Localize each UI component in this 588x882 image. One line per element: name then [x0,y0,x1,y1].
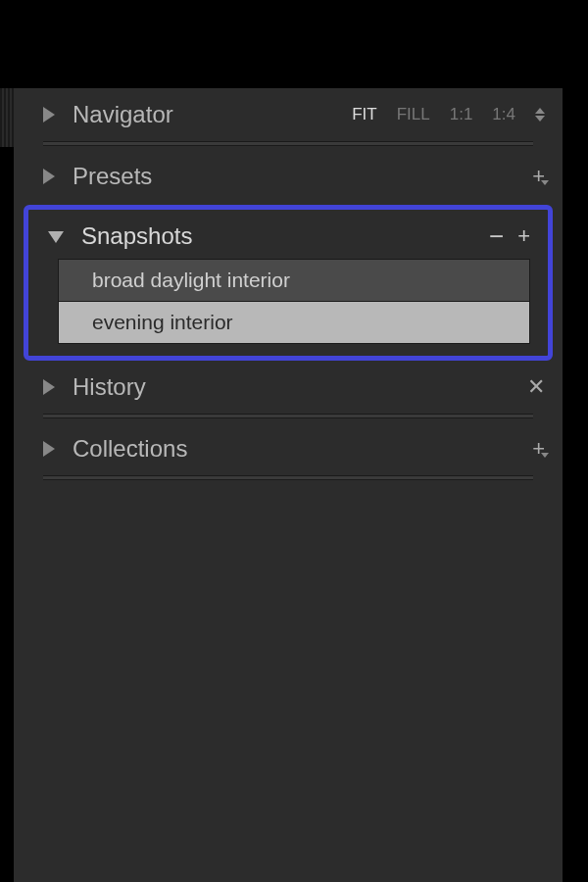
history-title: History [73,373,527,401]
collections-title: Collections [73,435,532,463]
snapshot-list: broad daylight interior evening interior [58,259,530,344]
navigator-panel-header[interactable]: Navigator FIT FILL 1:1 1:4 [14,88,563,141]
snapshots-highlight-box: Snapshots − + broad daylight interior ev… [24,205,553,361]
chevron-right-icon [43,441,55,457]
zoom-stepper-icon[interactable] [535,108,545,122]
presets-title: Presets [73,163,532,190]
clear-history-icon[interactable]: ✕ [527,376,545,398]
chevron-right-icon [43,107,55,122]
navigator-zoom-options: FIT FILL 1:1 1:4 [348,103,545,126]
chevron-right-icon [43,379,55,395]
zoom-1to1-option[interactable]: 1:1 [446,103,477,126]
zoom-fit-option[interactable]: FIT [348,103,381,126]
chevron-down-icon [48,231,64,243]
add-collection-icon[interactable]: + [532,438,545,460]
remove-snapshot-icon[interactable]: − [489,223,504,249]
zoom-fill-option[interactable]: FILL [393,103,434,126]
navigator-title: Navigator [73,101,348,128]
collections-panel-header[interactable]: Collections + [14,422,563,475]
divider [43,141,533,146]
snapshots-title: Snapshots [81,222,489,250]
snapshots-panel-header[interactable]: Snapshots − + [28,210,548,259]
add-snapshot-icon[interactable]: + [517,225,530,247]
divider [43,414,533,418]
history-panel-header[interactable]: History ✕ [14,367,563,414]
snapshot-item[interactable]: broad daylight interior [59,260,529,302]
presets-panel-header[interactable]: Presets + [14,150,563,203]
zoom-1to4-option[interactable]: 1:4 [488,103,519,126]
chevron-right-icon [43,169,55,184]
app-frame: Navigator FIT FILL 1:1 1:4 Presets [0,88,588,882]
divider [43,475,533,480]
add-preset-icon[interactable]: + [532,166,545,187]
snapshot-item[interactable]: evening interior [59,302,529,343]
side-panel: Navigator FIT FILL 1:1 1:4 Presets [14,88,563,882]
panel-grip[interactable] [0,88,14,147]
